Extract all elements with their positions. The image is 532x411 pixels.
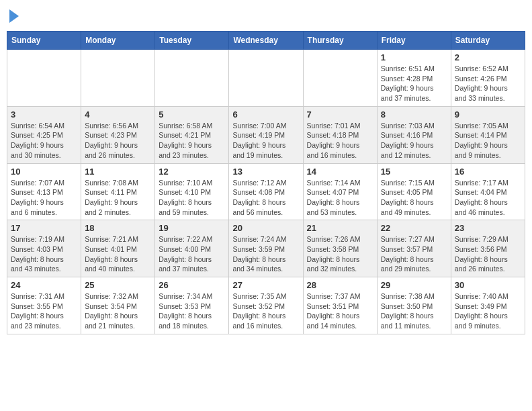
day-header-thursday: Thursday — [303, 32, 377, 50]
day-number: 5 — [159, 109, 225, 120]
day-number: 28 — [307, 280, 373, 290]
day-number: 18 — [85, 223, 151, 233]
calendar-cell: 30Sunrise: 7:40 AM Sunset: 3:49 PM Dayli… — [451, 277, 525, 334]
calendar-cell: 19Sunrise: 7:22 AM Sunset: 4:00 PM Dayli… — [155, 220, 229, 277]
calendar-cell: 11Sunrise: 7:08 AM Sunset: 4:11 PM Dayli… — [81, 163, 155, 220]
day-number: 20 — [232, 223, 299, 233]
day-info: Sunrise: 6:52 AM Sunset: 4:26 PM Dayligh… — [455, 64, 521, 103]
day-number: 6 — [232, 109, 299, 120]
day-info: Sunrise: 7:14 AM Sunset: 4:07 PM Dayligh… — [307, 178, 373, 218]
calendar-cell — [229, 50, 303, 107]
calendar-cell: 15Sunrise: 7:15 AM Sunset: 4:05 PM Dayli… — [377, 163, 451, 220]
day-number: 13 — [232, 167, 299, 177]
day-number: 22 — [381, 223, 447, 233]
day-number: 17 — [11, 223, 77, 233]
day-info: Sunrise: 7:07 AM Sunset: 4:13 PM Dayligh… — [11, 178, 77, 218]
calendar-week-row: 10Sunrise: 7:07 AM Sunset: 4:13 PM Dayli… — [7, 163, 525, 220]
day-info: Sunrise: 7:00 AM Sunset: 4:19 PM Dayligh… — [232, 121, 299, 161]
calendar-week-row: 24Sunrise: 7:31 AM Sunset: 3:55 PM Dayli… — [7, 277, 525, 334]
calendar-cell — [303, 50, 377, 107]
day-info: Sunrise: 7:21 AM Sunset: 4:01 PM Dayligh… — [85, 234, 151, 274]
day-number: 29 — [381, 280, 447, 290]
day-header-sunday: Sunday — [7, 32, 81, 50]
day-info: Sunrise: 7:26 AM Sunset: 3:58 PM Dayligh… — [307, 234, 373, 274]
day-number: 7 — [307, 109, 373, 120]
calendar-week-row: 1Sunrise: 6:51 AM Sunset: 4:28 PM Daylig… — [7, 50, 525, 107]
day-info: Sunrise: 7:08 AM Sunset: 4:11 PM Dayligh… — [85, 178, 151, 218]
day-info: Sunrise: 7:10 AM Sunset: 4:10 PM Dayligh… — [159, 178, 225, 218]
day-number: 8 — [381, 109, 447, 120]
calendar-cell: 12Sunrise: 7:10 AM Sunset: 4:10 PM Dayli… — [155, 163, 229, 220]
day-number: 30 — [455, 280, 521, 290]
day-number: 15 — [381, 167, 447, 177]
calendar-cell: 14Sunrise: 7:14 AM Sunset: 4:07 PM Dayli… — [303, 163, 377, 220]
day-number: 23 — [455, 223, 521, 233]
day-info: Sunrise: 7:03 AM Sunset: 4:16 PM Dayligh… — [381, 121, 447, 161]
day-number: 11 — [85, 167, 151, 177]
calendar-cell: 27Sunrise: 7:35 AM Sunset: 3:52 PM Dayli… — [229, 277, 303, 334]
day-header-friday: Friday — [377, 32, 451, 50]
calendar-cell: 21Sunrise: 7:26 AM Sunset: 3:58 PM Dayli… — [303, 220, 377, 277]
calendar-cell: 18Sunrise: 7:21 AM Sunset: 4:01 PM Dayli… — [81, 220, 155, 277]
day-info: Sunrise: 7:12 AM Sunset: 4:08 PM Dayligh… — [232, 178, 299, 218]
calendar-header-row: SundayMondayTuesdayWednesdayThursdayFrid… — [7, 32, 525, 50]
calendar-cell — [81, 50, 155, 107]
day-info: Sunrise: 7:05 AM Sunset: 4:14 PM Dayligh… — [455, 121, 521, 161]
day-number: 2 — [455, 52, 521, 62]
day-number: 1 — [381, 52, 447, 62]
day-number: 12 — [159, 167, 225, 177]
day-number: 16 — [455, 167, 521, 177]
calendar-cell: 22Sunrise: 7:27 AM Sunset: 3:57 PM Dayli… — [377, 220, 451, 277]
day-info: Sunrise: 7:19 AM Sunset: 4:03 PM Dayligh… — [11, 234, 77, 274]
calendar-week-row: 17Sunrise: 7:19 AM Sunset: 4:03 PM Dayli… — [7, 220, 525, 277]
day-number: 27 — [232, 280, 299, 290]
calendar-cell — [7, 50, 81, 107]
day-info: Sunrise: 7:34 AM Sunset: 3:53 PM Dayligh… — [159, 291, 225, 331]
day-info: Sunrise: 6:56 AM Sunset: 4:23 PM Dayligh… — [85, 121, 151, 161]
day-number: 21 — [307, 223, 373, 233]
calendar-cell: 23Sunrise: 7:29 AM Sunset: 3:56 PM Dayli… — [451, 220, 525, 277]
day-info: Sunrise: 7:22 AM Sunset: 4:00 PM Dayligh… — [159, 234, 225, 274]
day-header-saturday: Saturday — [451, 32, 525, 50]
calendar-cell: 6Sunrise: 7:00 AM Sunset: 4:19 PM Daylig… — [229, 106, 303, 163]
day-info: Sunrise: 6:54 AM Sunset: 4:25 PM Dayligh… — [11, 121, 77, 161]
day-info: Sunrise: 7:31 AM Sunset: 3:55 PM Dayligh… — [11, 291, 77, 331]
day-number: 3 — [11, 109, 77, 120]
calendar-cell: 10Sunrise: 7:07 AM Sunset: 4:13 PM Dayli… — [7, 163, 81, 220]
day-info: Sunrise: 7:37 AM Sunset: 3:51 PM Dayligh… — [307, 291, 373, 331]
calendar-week-row: 3Sunrise: 6:54 AM Sunset: 4:25 PM Daylig… — [7, 106, 525, 163]
day-number: 19 — [159, 223, 225, 233]
day-info: Sunrise: 7:35 AM Sunset: 3:52 PM Dayligh… — [232, 291, 299, 331]
day-info: Sunrise: 7:01 AM Sunset: 4:18 PM Dayligh… — [307, 121, 373, 161]
calendar-cell: 8Sunrise: 7:03 AM Sunset: 4:16 PM Daylig… — [377, 106, 451, 163]
day-header-wednesday: Wednesday — [229, 32, 303, 50]
day-info: Sunrise: 7:40 AM Sunset: 3:49 PM Dayligh… — [455, 291, 521, 331]
day-header-tuesday: Tuesday — [155, 32, 229, 50]
calendar-cell: 3Sunrise: 6:54 AM Sunset: 4:25 PM Daylig… — [7, 106, 81, 163]
calendar-cell: 16Sunrise: 7:17 AM Sunset: 4:04 PM Dayli… — [451, 163, 525, 220]
day-number: 4 — [85, 109, 151, 120]
day-info: Sunrise: 6:58 AM Sunset: 4:21 PM Dayligh… — [159, 121, 225, 161]
calendar-cell: 20Sunrise: 7:24 AM Sunset: 3:59 PM Dayli… — [229, 220, 303, 277]
calendar-cell: 7Sunrise: 7:01 AM Sunset: 4:18 PM Daylig… — [303, 106, 377, 163]
day-info: Sunrise: 6:51 AM Sunset: 4:28 PM Dayligh… — [381, 64, 447, 103]
day-info: Sunrise: 7:38 AM Sunset: 3:50 PM Dayligh… — [381, 291, 447, 331]
calendar-cell: 25Sunrise: 7:32 AM Sunset: 3:54 PM Dayli… — [81, 277, 155, 334]
day-info: Sunrise: 7:32 AM Sunset: 3:54 PM Dayligh… — [85, 291, 151, 331]
day-info: Sunrise: 7:15 AM Sunset: 4:05 PM Dayligh… — [381, 178, 447, 218]
calendar-cell: 2Sunrise: 6:52 AM Sunset: 4:26 PM Daylig… — [451, 50, 525, 107]
page-header — [7, 7, 525, 26]
day-header-monday: Monday — [81, 32, 155, 50]
day-number: 24 — [11, 280, 77, 290]
calendar-cell: 5Sunrise: 6:58 AM Sunset: 4:21 PM Daylig… — [155, 106, 229, 163]
calendar-cell: 9Sunrise: 7:05 AM Sunset: 4:14 PM Daylig… — [451, 106, 525, 163]
day-info: Sunrise: 7:17 AM Sunset: 4:04 PM Dayligh… — [455, 178, 521, 218]
day-number: 10 — [11, 167, 77, 177]
day-number: 9 — [455, 109, 521, 120]
day-info: Sunrise: 7:27 AM Sunset: 3:57 PM Dayligh… — [381, 234, 447, 274]
calendar-cell: 13Sunrise: 7:12 AM Sunset: 4:08 PM Dayli… — [229, 163, 303, 220]
day-number: 14 — [307, 167, 373, 177]
calendar-cell — [155, 50, 229, 107]
calendar-table: SundayMondayTuesdayWednesdayThursdayFrid… — [7, 31, 525, 334]
calendar-cell: 17Sunrise: 7:19 AM Sunset: 4:03 PM Dayli… — [7, 220, 81, 277]
